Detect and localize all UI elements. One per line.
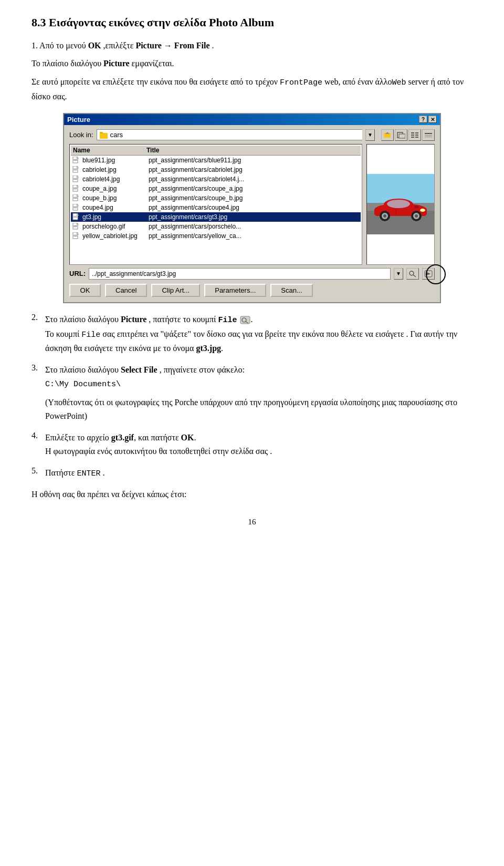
svg-rect-27 (74, 179, 77, 180)
parameters-button[interactable]: Parameters... (204, 284, 266, 297)
page-footer: 16 (32, 518, 472, 527)
view-btn1[interactable] (408, 129, 421, 141)
dialog-titlebar-buttons: ? ✕ (419, 116, 437, 123)
step1-picture: Picture (135, 41, 161, 50)
svg-rect-42 (74, 216, 77, 217)
image-preview (366, 144, 435, 265)
svg-rect-18 (74, 159, 77, 160)
dialog-buttons: OK Cancel Clip Art... Parameters... Scan… (69, 284, 435, 297)
file-name-2: cabriolet4.jpg (82, 176, 149, 183)
dialog-intro-text: Το πλαίσιο διαλόγου (32, 59, 103, 68)
section-title: 8.3 Εισάγοντας εικόνες στην σελίδα Photo… (32, 16, 472, 29)
svg-rect-13 (425, 133, 432, 134)
svg-rect-6 (399, 134, 405, 138)
view-btn2[interactable] (422, 129, 435, 141)
file-row-5[interactable]: coupe4.jpg ppt_assignment/cars/coupe4.jp… (71, 203, 361, 212)
step4-detail: Η φωτογραφία ενός αυτοκινήτου θα τοποθετ… (45, 445, 472, 458)
svg-rect-22 (74, 169, 77, 169)
url-browse-btn[interactable] (406, 268, 419, 280)
col-name: Name (73, 147, 146, 154)
file-title-5: ppt_assignment/cars/coupe4.jpg (149, 204, 360, 211)
file-name-8: yellow_cabriolet.jpg (82, 232, 149, 240)
ok-button[interactable]: OK (69, 284, 101, 297)
file-browse-icon (240, 316, 250, 324)
clipart-button[interactable]: Clip Art... (151, 284, 200, 297)
file-row-8[interactable]: yellow_cabriolet.jpg ppt_assignment/cars… (71, 231, 361, 241)
file-title-3: ppt_assignment/cars/coupe_a.jpg (149, 185, 360, 192)
file-row-1[interactable]: cabriolet.jpg ppt_assignment/cars/cabrio… (71, 165, 361, 174)
step-2: 2. Στο πλαίσιο διαλόγου Picture , πατήστ… (32, 313, 472, 356)
step5-num: 5. (32, 466, 45, 481)
file-name-6: gt3.jpg (82, 213, 149, 221)
file-row-2[interactable]: cabriolet4.jpg ppt_assignment/cars/cabri… (71, 174, 361, 184)
dialog-close-btn[interactable]: ✕ (428, 116, 437, 123)
file-list-header: Name Title (71, 146, 361, 156)
file-name-7: porschelogo.gif (82, 223, 149, 230)
action-icon (424, 270, 433, 277)
svg-point-61 (420, 209, 425, 212)
svg-rect-34 (74, 197, 77, 198)
url-dropdown-arrow[interactable]: ▼ (394, 268, 403, 280)
step1-arrow: → (164, 41, 172, 50)
lookin-icon-group (381, 129, 435, 141)
svg-rect-8 (411, 135, 414, 136)
file-title-7: ppt_assignment/cars/porschelo... (149, 223, 360, 230)
svg-rect-12 (415, 137, 418, 138)
svg-point-64 (415, 214, 418, 218)
svg-rect-68 (414, 206, 418, 208)
svg-rect-31 (74, 189, 77, 189)
page-content: 8.3 Εισάγοντας εικόνες στην σελίδα Photo… (32, 16, 472, 527)
svg-rect-35 (74, 198, 77, 199)
file-icon-1 (72, 166, 80, 174)
dialog-intro-end: εμφανίζεται. (132, 59, 174, 68)
svg-point-67 (383, 214, 386, 218)
file-icon-0 (72, 156, 80, 164)
browse-icon (397, 131, 405, 139)
file-icon-8 (72, 232, 80, 240)
cancel-button[interactable]: Cancel (105, 284, 147, 297)
svg-rect-39 (74, 208, 77, 208)
file-row-4[interactable]: coupe_b.jpg ppt_assignment/cars/coupe_b.… (71, 193, 361, 203)
list-icon (411, 131, 419, 139)
step-3: 3. Στο πλαίσιο διαλόγου Select File , πη… (32, 363, 472, 424)
up-folder-btn[interactable] (381, 129, 394, 141)
file-name-3: coupe_a.jpg (82, 185, 149, 192)
url-input[interactable] (89, 268, 391, 280)
lookin-label: Look in: (69, 131, 93, 139)
svg-rect-50 (74, 235, 77, 235)
url-row: URL: ▼ (69, 268, 435, 280)
svg-rect-7 (411, 132, 414, 133)
file-name-4: coupe_b.jpg (82, 194, 149, 202)
step1-fromfile: From File (174, 41, 210, 50)
dialog-help-btn[interactable]: ? (419, 116, 427, 123)
frontpage-text: FrontPage (280, 78, 322, 87)
file-name-5: coupe4.jpg (82, 204, 149, 211)
svg-rect-11 (415, 135, 418, 136)
step3-sub: (Υποθέτοντας ότι οι φωτογραφίες της Porc… (45, 396, 472, 424)
file-row-7[interactable]: porschelogo.gif ppt_assignment/cars/pors… (71, 222, 361, 231)
browse-btn[interactable] (395, 129, 407, 141)
scan-button[interactable]: Scan... (270, 284, 312, 297)
lookin-dropdown-arrow[interactable]: ▼ (365, 129, 375, 141)
file-list[interactable]: Name Title blue911.jpg ppt_assignment/ca… (69, 144, 362, 265)
svg-rect-19 (74, 160, 77, 161)
lookin-dropdown[interactable]: cars (97, 129, 362, 140)
svg-rect-38 (74, 207, 77, 207)
step1-num: 1. Από το μενού (32, 41, 88, 50)
col-title: Title (146, 147, 359, 154)
svg-point-57 (387, 200, 410, 208)
details-icon (424, 131, 433, 139)
step-1: 1. Από το μενού OK ,επιλέξτε Picture → F… (32, 39, 472, 104)
svg-rect-43 (74, 217, 77, 218)
svg-rect-23 (74, 170, 77, 170)
file-row-3[interactable]: coupe_a.jpg ppt_assignment/cars/coupe_a.… (71, 184, 361, 193)
file-row-0[interactable]: blue911.jpg ppt_assignment/cars/blue911.… (71, 156, 361, 165)
file-icon-5 (72, 203, 80, 212)
file-row-6[interactable]: gt3.jpg ppt_assignment/cars/gt3.jpg (71, 212, 361, 222)
page-number: 16 (248, 518, 256, 526)
file-icon-3 (72, 184, 80, 193)
url-action-btn[interactable] (422, 268, 435, 280)
step-5: 5. Πατήστε ENTER . (32, 466, 472, 481)
browse-magnify-icon (408, 270, 417, 277)
svg-rect-10 (415, 132, 418, 133)
